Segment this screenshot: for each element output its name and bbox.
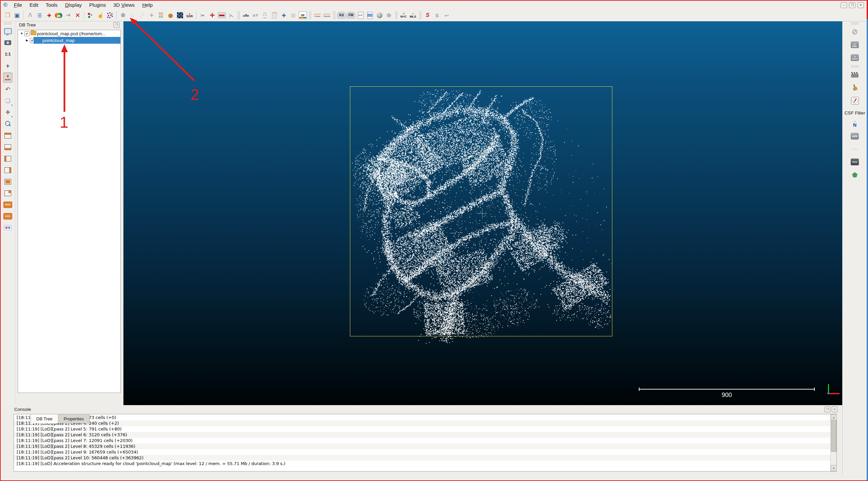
histogram-icon[interactable]: ▃▆▄ bbox=[241, 11, 250, 20]
save-icon[interactable]: ▣ bbox=[13, 11, 21, 20]
menu-3d-views[interactable]: 3D Views bbox=[110, 1, 138, 9]
pick-rotation-center-icon[interactable]: + bbox=[3, 61, 12, 70]
stereo-mode-icon[interactable] bbox=[3, 223, 12, 232]
view-back-icon[interactable] bbox=[3, 188, 12, 198]
colorize-clouds-icon[interactable]: ☁ bbox=[54, 11, 63, 20]
unroll-icon[interactable]: ↩ bbox=[442, 11, 451, 20]
rotate-view-icon[interactable]: ↶ bbox=[3, 85, 12, 94]
3d-viewport[interactable]: 900 bbox=[123, 21, 843, 405]
db-tree[interactable]: ▼✔pointcloud_map.pcd (/home/ism...▶✔☁poi… bbox=[18, 30, 121, 393]
scissors-segment-icon[interactable]: ✂ bbox=[198, 11, 207, 20]
pan-mode-icon[interactable]: ✛ bbox=[3, 108, 12, 117]
segment-mesh-icon[interactable]: ⬟ bbox=[119, 11, 127, 20]
menu-plugins[interactable]: Plugins bbox=[85, 1, 110, 9]
zoom-magnifier-icon[interactable] bbox=[3, 119, 12, 129]
tree-row-pointcloud_map[interactable]: ▶✔☁pointcloud_map bbox=[18, 37, 120, 44]
connected-components-icon[interactable]: ⋰ bbox=[138, 11, 146, 20]
clone-compass-icon[interactable]: Λ bbox=[26, 11, 35, 20]
view-iso-front-icon[interactable]: FRONT bbox=[3, 200, 12, 209]
ssao-shader-icon[interactable]: ☁SSAO bbox=[850, 53, 859, 62]
compass-plugin-icon[interactable] bbox=[850, 96, 859, 105]
screenshot-camera-icon[interactable] bbox=[3, 38, 12, 47]
scrollbar-thumb[interactable] bbox=[831, 420, 836, 452]
normals-nc-icon[interactable]: ↗N+C bbox=[399, 11, 408, 20]
sphere-icon[interactable] bbox=[375, 11, 384, 20]
console-close-button[interactable]: ✕ bbox=[832, 406, 837, 412]
tab-db-tree[interactable]: DB Tree bbox=[31, 414, 58, 423]
translate-rotate-icon[interactable]: ✛ bbox=[208, 11, 217, 20]
pcv-icon[interactable]: PCV bbox=[850, 157, 859, 167]
toolbar-separator bbox=[23, 11, 24, 19]
cross-section-icon[interactable] bbox=[217, 11, 226, 20]
console-float-button[interactable]: ❐ bbox=[825, 406, 830, 412]
close-button[interactable]: ✕ bbox=[857, 2, 864, 8]
menu-file[interactable]: File bbox=[10, 1, 26, 9]
facets-fm-icon[interactable]: FM bbox=[347, 11, 355, 20]
open-icon[interactable]: ❐ bbox=[3, 11, 12, 20]
view-left-icon[interactable] bbox=[3, 154, 12, 163]
canupo-classify-icon[interactable]: CANUPOClassify bbox=[322, 11, 331, 20]
shp-file-icon[interactable]: SHP bbox=[356, 11, 365, 20]
csf-checker-icon[interactable] bbox=[176, 11, 184, 20]
menu-tools[interactable]: Tools bbox=[42, 1, 61, 9]
view-iso-back-icon[interactable]: BACK bbox=[3, 211, 12, 221]
tab-properties[interactable]: Properties bbox=[58, 414, 90, 423]
min-max-range-icon[interactable]: min⟷max bbox=[260, 11, 269, 20]
zoom-1-1-icon[interactable]: 1:1 bbox=[3, 49, 12, 59]
scroll-down-icon[interactable]: ▼ bbox=[831, 465, 837, 471]
gaussian-fit-icon[interactable]: μ,σ bbox=[251, 11, 260, 20]
no-shader-icon[interactable]: ⊘ bbox=[850, 27, 859, 37]
properties-list-icon[interactable]: ☰ bbox=[35, 11, 44, 20]
menu-edit[interactable]: Edit bbox=[26, 1, 42, 9]
scroll-up-icon[interactable]: ▲ bbox=[831, 414, 837, 420]
menu-display[interactable]: Display bbox=[61, 1, 85, 9]
align-hand-icon[interactable]: ☝ bbox=[96, 11, 105, 20]
merge-plus-icon[interactable]: ✚ bbox=[45, 11, 54, 20]
cc-plugin-icon[interactable]: CCCC bbox=[157, 11, 165, 20]
db-tree-dock: DB Tree ❐ ▼✔pointcloud_map.pcd (/home/is… bbox=[15, 21, 123, 405]
point-list-picking-icon[interactable]: ✛ bbox=[147, 11, 156, 20]
tree-row-label: pointcloud_map.pcd (/home/ism... bbox=[36, 31, 106, 36]
sf-scalar-field-icon[interactable]: SF bbox=[298, 11, 307, 20]
sor-filter-icon[interactable]: ·∗·SOR bbox=[185, 11, 194, 20]
poisson-recon-icon[interactable]: ⬟ bbox=[850, 170, 859, 180]
expand-toggle-icon[interactable]: ▼ bbox=[20, 32, 23, 35]
plugins-dock: ⊘☁EDL☁SSAOCSF Filter→NHPRM3C2PCV⬟ bbox=[842, 21, 867, 474]
visibility-checkbox[interactable]: ✔ bbox=[24, 31, 29, 36]
register-icon[interactable]: ↷ bbox=[86, 11, 95, 20]
glove-icon[interactable]: ⬤ bbox=[166, 11, 175, 20]
view-right-icon[interactable] bbox=[3, 165, 12, 175]
menu-help[interactable]: Help bbox=[138, 1, 156, 9]
maximize-button[interactable]: ❐ bbox=[849, 2, 855, 8]
delete-icon[interactable]: ✕ bbox=[73, 11, 82, 20]
render-to-display-icon[interactable] bbox=[3, 26, 12, 36]
expand-toggle-icon[interactable]: ▶ bbox=[25, 39, 29, 42]
globe-icon[interactable]: ⊕ bbox=[384, 11, 393, 20]
view-top-icon[interactable] bbox=[3, 131, 12, 140]
toolbar-separator bbox=[4, 22, 12, 24]
subsample-icon[interactable] bbox=[105, 11, 114, 20]
noise-filter-icon[interactable]: ∴ bbox=[128, 11, 137, 20]
csv-file-icon[interactable]: CSV bbox=[366, 11, 374, 20]
hpr-icon[interactable]: HPR bbox=[850, 131, 859, 141]
mls-smooth-icon[interactable]: ≈MLS bbox=[409, 11, 417, 20]
trace-polyline-icon[interactable]: ⋋ bbox=[227, 11, 236, 20]
minimize-button[interactable]: — bbox=[841, 2, 847, 8]
add-icon[interactable]: ✚ bbox=[279, 11, 288, 20]
db-tree-float-button[interactable]: ❐ bbox=[114, 22, 119, 28]
edl-shader-icon[interactable]: ☁EDL bbox=[850, 40, 859, 49]
canupo-create-icon[interactable]: CANUPOCreate bbox=[313, 11, 322, 20]
export-icon[interactable]: ⇥ bbox=[64, 11, 73, 20]
clean-broom-icon[interactable] bbox=[850, 83, 859, 92]
animation-clapper-icon[interactable] bbox=[850, 70, 859, 80]
spline-fit-icon[interactable]: S bbox=[433, 11, 441, 20]
console-scrollbar[interactable]: ▲ ▼ bbox=[830, 414, 836, 471]
view-bottom-icon[interactable] bbox=[3, 142, 12, 152]
tree-row-pointcloud_map.pcd[interactable]: ▼✔pointcloud_map.pcd (/home/ism... bbox=[18, 30, 120, 37]
view-front-icon[interactable] bbox=[3, 177, 12, 186]
spline-red-icon[interactable]: S bbox=[423, 11, 432, 20]
auto-pick-center-icon[interactable]: +auto bbox=[3, 72, 13, 83]
csf-normals-icon[interactable]: →N bbox=[850, 119, 859, 128]
perspective-cube-icon[interactable]: ❑ bbox=[3, 96, 12, 106]
kd-tree-icon[interactable]: Kd bbox=[337, 11, 346, 20]
